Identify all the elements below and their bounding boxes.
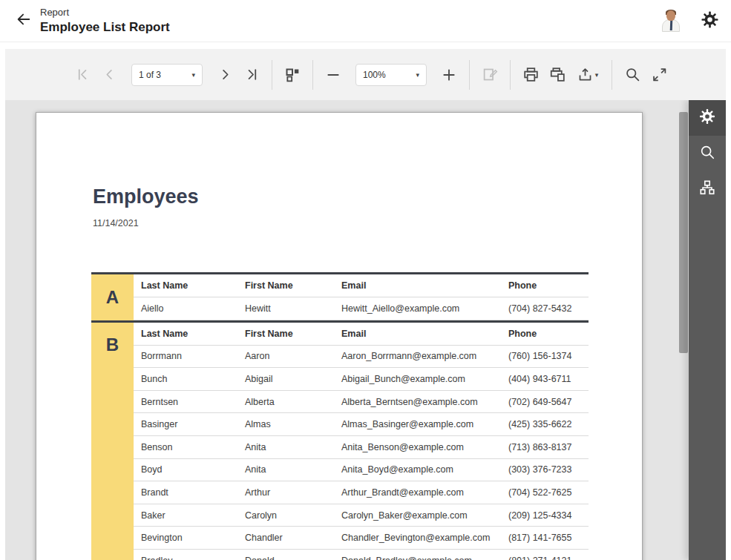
multipage-view-button[interactable]: [279, 62, 306, 88]
previous-page-button[interactable]: [96, 62, 122, 88]
table-header-row: Last NameFirst NameEmailPhone: [134, 274, 589, 297]
search-icon: [625, 67, 640, 82]
table-cell: Bevington: [134, 533, 237, 543]
page-title: Employee List Report: [40, 19, 170, 35]
table-header-row: Last NameFirst NameEmailPhone: [134, 323, 589, 346]
table-cell: Anita: [237, 464, 334, 475]
gear-icon: [699, 108, 715, 128]
table-cell: (760) 156-1374: [501, 351, 589, 361]
page-number-select[interactable]: 1 of 3 ▾: [131, 64, 203, 86]
sidebar-item-search[interactable]: [689, 136, 726, 171]
settings-button[interactable]: [698, 10, 721, 32]
report-viewer: 1 of 3 ▾: [5, 49, 726, 560]
search-icon: [699, 144, 715, 163]
next-page-icon: [218, 67, 232, 82]
table-cell: Donald_Bradley@example.com: [334, 556, 501, 560]
table-cell: Brandt: [134, 487, 237, 498]
column-header: Email: [334, 280, 501, 291]
table-row: BasingerAlmasAlmas_Basinger@example.com(…: [134, 413, 589, 436]
section-letter-cell: A: [91, 274, 134, 320]
next-page-button[interactable]: [212, 62, 238, 88]
viewer-stage: Employees 11/14/2021 ALast NameFirst Nam…: [5, 100, 726, 560]
table-cell: Almas_Basinger@example.com: [334, 419, 501, 429]
table-cell: Hewitt_Aiello@example.com: [334, 303, 501, 314]
plus-icon: [442, 67, 456, 82]
zoom-in-button[interactable]: [436, 62, 462, 88]
last-page-button[interactable]: [238, 62, 265, 88]
fullscreen-icon: [652, 67, 667, 82]
print-page-button[interactable]: [544, 62, 571, 88]
table-cell: Anita_Boyd@example.com: [334, 464, 501, 475]
table-cell: Bunch: [134, 374, 237, 384]
print-page-icon: [550, 67, 566, 82]
report-page: Employees 11/14/2021 ALast NameFirst Nam…: [36, 112, 643, 560]
table-row: AielloHewittHewitt_Aiello@example.com(70…: [134, 297, 589, 320]
table-cell: Anita_Benson@example.com: [334, 442, 501, 452]
sidebar-item-settings[interactable]: [689, 100, 726, 136]
column-header: Phone: [501, 280, 589, 291]
zoom-out-button[interactable]: [320, 62, 347, 88]
back-arrow-icon: [16, 11, 32, 30]
table-row: BevingtonChandlerChandler_Bevington@exam…: [134, 527, 589, 550]
print-icon: [523, 67, 539, 82]
caret-down-icon: ▾: [595, 71, 599, 79]
table-row: BrandtArthurArthur_Brandt@example.com(70…: [134, 481, 589, 504]
table-cell: (303) 376-7233: [501, 464, 589, 475]
table-row: BoydAnitaAnita_Boyd@example.com(303) 376…: [134, 459, 589, 482]
gear-icon: [701, 11, 718, 31]
column-header: Email: [334, 329, 501, 339]
table-cell: (704) 827-5432: [501, 303, 589, 314]
toolbar-separator: [312, 60, 313, 90]
table-cell: Arthur_Brandt@example.com: [334, 487, 501, 498]
user-avatar[interactable]: [661, 10, 681, 32]
export-button[interactable]: ▾: [571, 62, 605, 88]
table-cell: Aaron: [237, 351, 334, 361]
table-row: BunchAbigailAbigail_Bunch@example.com(40…: [134, 368, 589, 391]
table-cell: (702) 649-5647: [501, 397, 589, 407]
table-cell: Basinger: [134, 419, 237, 429]
table-cell: (713) 863-8137: [501, 442, 589, 452]
table-row: BakerCarolynCarolyn_Baker@example.com(20…: [134, 504, 589, 527]
print-button[interactable]: [517, 62, 544, 88]
zoom-level-select[interactable]: 100% ▾: [355, 64, 427, 86]
first-page-button[interactable]: [69, 62, 96, 88]
column-header: Last Name: [134, 329, 237, 339]
table-cell: Alberta: [237, 397, 334, 407]
edit-fields-button[interactable]: [476, 62, 503, 88]
export-icon: [577, 67, 593, 82]
column-header: First Name: [237, 280, 334, 291]
table-cell: Berntsen: [134, 397, 237, 407]
toolbar-separator: [272, 60, 272, 90]
vertical-scrollbar-thumb[interactable]: [679, 112, 688, 353]
table-cell: Aaron_Borrmann@example.com: [334, 351, 501, 361]
sidebar-item-document-map[interactable]: [689, 171, 726, 207]
section-letter: A: [91, 274, 134, 320]
column-header: Phone: [501, 329, 589, 339]
table-cell: Bradley: [134, 556, 237, 560]
section-rows: Last NameFirst NameEmailPhoneAielloHewit…: [134, 274, 589, 320]
table-row: BensonAnitaAnita_Benson@example.com(713)…: [134, 436, 589, 459]
report-title: Employees: [93, 185, 642, 208]
table-row: BorrmannAaronAaron_Borrmann@example.com(…: [134, 346, 589, 369]
table-cell: Arthur: [237, 487, 334, 498]
document-map-icon: [699, 179, 715, 199]
caret-down-icon: ▾: [191, 71, 195, 79]
table-row: BradleyDonaldDonald_Bradley@example.com(…: [134, 550, 589, 560]
table-cell: (817) 141-7655: [501, 533, 589, 543]
back-button[interactable]: [12, 9, 36, 33]
table-cell: Anita: [237, 442, 334, 452]
table-cell: Baker: [134, 510, 237, 521]
search-button[interactable]: [619, 62, 646, 88]
edit-document-icon: [482, 67, 498, 82]
column-header: Last Name: [134, 280, 237, 291]
fullscreen-button[interactable]: [646, 62, 672, 88]
page-number-value: 1 of 3: [139, 70, 191, 80]
header-titles: Report Employee List Report: [40, 7, 170, 35]
table-row: BerntsenAlbertaAlberta_Berntsen@example.…: [134, 391, 589, 414]
avatar-head: [666, 10, 675, 21]
first-page-icon: [76, 67, 90, 82]
table-section: BLast NameFirst NameEmailPhoneBorrmannAa…: [91, 320, 589, 560]
table-cell: Aiello: [134, 303, 237, 314]
table-cell: (801) 271-4121: [501, 556, 589, 560]
app-header: Report Employee List Report: [0, 0, 731, 42]
